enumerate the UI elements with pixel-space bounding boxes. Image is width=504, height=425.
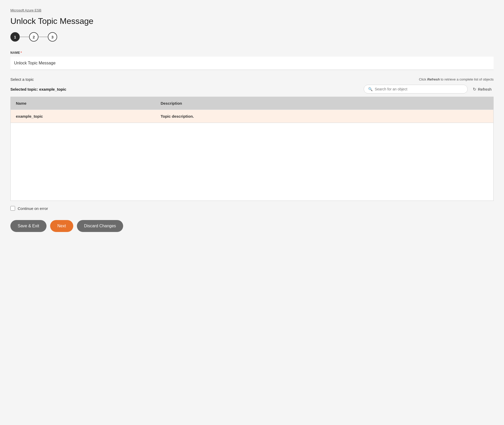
topic-controls-row: Selected topic: example_topic 🔍 ↻ Refres… [10, 85, 494, 94]
refresh-button[interactable]: ↻ Refresh [471, 86, 494, 93]
step-3[interactable]: 3 [48, 32, 57, 42]
continue-on-error-checkbox[interactable] [10, 206, 15, 211]
refresh-hint: Click Refresh to retrieve a complete lis… [419, 77, 494, 81]
name-field-section: NAME* [10, 51, 494, 70]
select-topic-label: Select a topic [10, 77, 34, 82]
required-star: * [21, 51, 22, 55]
table-body: example_topic Topic description. [11, 110, 494, 123]
column-header-name: Name [11, 97, 156, 110]
step-circle-3: 3 [48, 32, 57, 42]
topic-section: Select a topic Click Refresh to retrieve… [10, 77, 494, 201]
refresh-hint-bold: Refresh [427, 77, 440, 81]
step-circle-1: 1 [10, 32, 20, 42]
search-refresh-group: 🔍 ↻ Refresh [364, 85, 494, 94]
search-input[interactable] [375, 87, 463, 91]
step-connector-2-3 [38, 37, 48, 37]
continue-on-error-label: Continue on error [18, 206, 48, 211]
step-connector-1-2 [20, 37, 29, 37]
step-circle-2: 2 [29, 32, 38, 42]
refresh-button-label: Refresh [478, 87, 492, 91]
discard-changes-button[interactable]: Discard Changes [77, 220, 123, 232]
continue-on-error-row: Continue on error [10, 206, 494, 211]
topic-header-row: Select a topic Click Refresh to retrieve… [10, 77, 494, 82]
step-2[interactable]: 2 [29, 32, 38, 42]
page-title: Unlock Topic Message [10, 16, 494, 26]
refresh-icon: ↻ [473, 87, 476, 92]
row-name: example_topic [11, 110, 156, 123]
table-empty-area [10, 123, 494, 201]
selected-topic-label: Selected topic: example_topic [10, 87, 66, 91]
topic-table: Name Description example_topic Topic des… [10, 97, 494, 123]
action-buttons: Save & Exit Next Discard Changes [10, 220, 494, 232]
search-icon: 🔍 [368, 87, 373, 91]
save-exit-button[interactable]: Save & Exit [10, 220, 47, 232]
stepper: 1 2 3 [10, 32, 494, 42]
search-box: 🔍 [364, 85, 468, 94]
next-button[interactable]: Next [50, 220, 73, 232]
name-field-label: NAME* [10, 51, 494, 55]
table-header: Name Description [11, 97, 494, 110]
name-input[interactable] [10, 57, 494, 70]
row-description: Topic description. [155, 110, 493, 123]
table-row[interactable]: example_topic Topic description. [11, 110, 494, 123]
column-header-description: Description [155, 97, 493, 110]
step-1[interactable]: 1 [10, 32, 20, 42]
breadcrumb[interactable]: Microsoft Azure ESB [10, 8, 41, 12]
